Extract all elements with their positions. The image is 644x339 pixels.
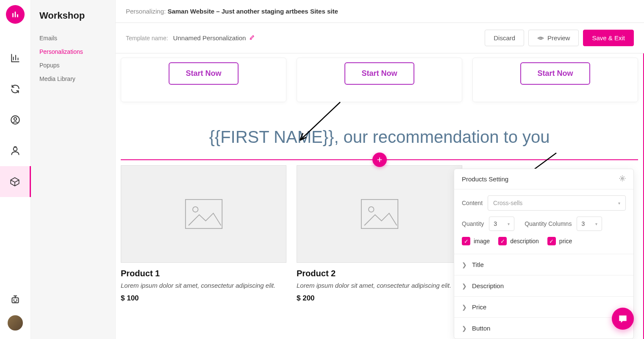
quantity-label: Quantity	[462, 220, 484, 227]
panel-header: Products Setting	[454, 169, 633, 189]
chevron-right-icon: ❯	[462, 304, 467, 311]
price-check-label: price	[559, 238, 572, 245]
price-checkbox[interactable]: ✓	[547, 237, 556, 245]
start-now-button[interactable]: Start Now	[520, 62, 590, 85]
svg-point-8	[192, 207, 198, 212]
add-section-button[interactable]	[372, 153, 387, 167]
svg-point-6	[540, 37, 541, 39]
sidebar-item-emails[interactable]: Emails	[39, 31, 107, 45]
columns-select[interactable]: 3 ▾	[577, 217, 602, 231]
products-settings-panel: Products Setting Content Cross-sells ▾ Q…	[454, 169, 634, 339]
accordion-price[interactable]: ❯ Price	[454, 296, 633, 317]
product-price: $ 200	[297, 294, 462, 303]
product-desc: Lorem ipsum dolor sit amet, consectetur …	[121, 281, 286, 291]
chevron-down-icon: ▾	[508, 222, 510, 226]
accordion-description[interactable]: ❯ Description	[454, 275, 633, 296]
accordion-button[interactable]: ❯ Button	[454, 317, 633, 339]
main-area: Personalizing: Saman Website – Just anot…	[116, 0, 644, 339]
site-name: Saman Website – Just another staging art…	[167, 8, 338, 15]
nav-analytics[interactable]	[0, 42, 31, 73]
sidebar-title: Workshop	[39, 10, 107, 21]
svg-point-11	[622, 178, 623, 179]
topbar-template: Template name: Unnamed Personalization D…	[116, 23, 644, 53]
edit-name-icon[interactable]	[249, 34, 255, 42]
icon-rail	[0, 0, 31, 339]
svg-rect-9	[361, 200, 397, 228]
svg-point-4	[14, 300, 14, 300]
quantity-select[interactable]: 3 ▾	[489, 217, 514, 231]
recommendation-headline: {{FIRST NAME}}, our recommendation to yo…	[121, 128, 638, 147]
product-title: Product 2	[297, 269, 462, 278]
promo-card: Start Now	[297, 58, 462, 102]
product-image-placeholder	[297, 165, 462, 263]
chevron-right-icon: ❯	[462, 325, 467, 332]
product-card: Product 2 Lorem ipsum dolor sit amet, co…	[297, 165, 462, 314]
nav-bot[interactable]	[10, 294, 21, 307]
chevron-right-icon: ❯	[462, 261, 467, 268]
user-avatar[interactable]	[8, 315, 23, 331]
start-now-button[interactable]: Start Now	[169, 62, 238, 85]
nav-people[interactable]	[0, 135, 31, 166]
save-exit-button[interactable]: Save & Exit	[583, 30, 634, 46]
description-checkbox[interactable]: ✓	[498, 237, 507, 245]
chevron-right-icon: ❯	[462, 283, 467, 289]
sidebar-item-personalizations[interactable]: Personalizations	[39, 45, 107, 58]
discard-button[interactable]: Discard	[485, 30, 524, 46]
svg-point-1	[14, 117, 17, 120]
content-select[interactable]: Cross-sells ▾	[488, 195, 626, 211]
section-divider	[121, 159, 638, 160]
product-card: Product 1 Lorem ipsum dolor sit amet, co…	[121, 165, 286, 314]
product-price: $ 100	[121, 294, 286, 303]
sidebar: Workshop Emails Personalizations Popups …	[31, 0, 116, 339]
chevron-down-icon: ▾	[595, 222, 597, 226]
nav-products[interactable]	[0, 166, 31, 197]
start-now-button[interactable]: Start Now	[344, 62, 414, 85]
nav-sync[interactable]	[0, 73, 31, 104]
topbar-context: Personalizing: Saman Website – Just anot…	[116, 0, 644, 23]
promo-card: Start Now	[472, 58, 638, 102]
app-logo[interactable]	[6, 5, 25, 24]
headline-rest: , our recommendation to you	[334, 128, 550, 146]
promo-card: Start Now	[121, 58, 286, 102]
gear-icon[interactable]	[619, 175, 626, 183]
product-title: Product 1	[121, 269, 286, 278]
product-desc: Lorem ipsum dolor sit amet, consectetur …	[297, 281, 462, 291]
chat-launcher[interactable]	[612, 308, 634, 330]
cards-row: Start Now Start Now Start Now	[121, 58, 638, 102]
image-check-label: image	[474, 238, 490, 245]
template-name: Unnamed Personalization	[173, 34, 246, 42]
content-label: Content	[462, 200, 483, 206]
panel-title: Products Setting	[462, 175, 508, 183]
personalizing-label: Personalizing:	[126, 8, 167, 15]
svg-rect-7	[185, 200, 222, 228]
svg-point-10	[368, 207, 374, 212]
columns-label: Quantity Columns	[525, 220, 572, 227]
sidebar-item-media[interactable]: Media Library	[39, 72, 107, 86]
description-check-label: description	[510, 238, 539, 245]
svg-point-5	[16, 300, 17, 300]
nav-customers[interactable]	[0, 104, 31, 135]
template-label: Template name:	[126, 35, 168, 42]
preview-button[interactable]: Preview	[528, 30, 579, 46]
firstname-token: {{FIRST NAME}}	[209, 128, 334, 146]
sidebar-item-popups[interactable]: Popups	[39, 58, 107, 72]
svg-point-2	[14, 147, 17, 151]
chevron-down-icon: ▾	[618, 201, 620, 206]
image-checkbox[interactable]: ✓	[462, 237, 470, 245]
accordion-title[interactable]: ❯ Title	[454, 254, 633, 275]
product-image-placeholder	[121, 165, 286, 263]
